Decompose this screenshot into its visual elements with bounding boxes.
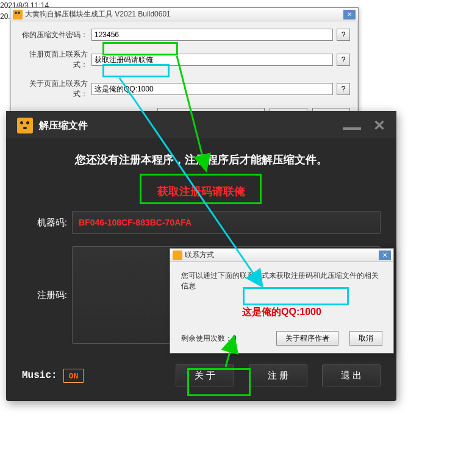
register-button[interactable]: 注 册 — [249, 364, 307, 386]
register-contact-help-button[interactable]: ? — [337, 54, 350, 66]
about-contact-label: 关于页面上联系方式： — [18, 79, 91, 99]
close-icon[interactable]: ✕ — [373, 117, 385, 134]
music-toggle[interactable]: ON — [63, 369, 84, 383]
extract-message: 您还没有注册本程序，注册程序后才能解压缩文件。 — [6, 152, 396, 167]
bg-text2: 20. — [0, 12, 10, 21]
about-button[interactable]: 关 于 — [176, 364, 234, 386]
password-label: 你的压缩文件密码： — [18, 30, 91, 40]
machine-code-label: 机器码: — [22, 217, 67, 229]
music-label: Music: — [22, 370, 57, 381]
generator-title: 大黄狗自解压模块生成工具 V2021 Build0601 — [25, 9, 343, 20]
dog-icon — [17, 118, 33, 133]
contact-titlebar: 联系方式 ✕ — [170, 249, 393, 262]
machine-code-field[interactable]: BF046-108CF-883BC-70AFA — [72, 211, 381, 234]
contact-message: 您可以通过下面的联系方式来获取注册码和此压缩文件的相关信息 — [181, 271, 382, 291]
contact-qq: 这是俺的QQ:1000 — [181, 306, 382, 319]
dog-icon — [173, 250, 182, 260]
extract-title: 解压缩文件 — [39, 119, 343, 132]
dog-icon — [13, 10, 23, 20]
exit-button[interactable]: 退 出 — [322, 364, 381, 386]
reg-code-label: 注册码: — [22, 290, 67, 301]
generator-titlebar: 大黄狗自解压模块生成工具 V2021 Build0601 ✕ — [10, 8, 358, 21]
about-author-button[interactable]: 关于程序作者 — [276, 331, 338, 346]
about-contact-help-button[interactable]: ? — [337, 83, 350, 95]
password-help-button[interactable]: ? — [337, 29, 350, 41]
close-icon[interactable]: ✕ — [343, 10, 356, 20]
close-icon[interactable]: ✕ — [379, 250, 391, 260]
minimize-icon[interactable] — [343, 127, 361, 130]
cancel-button[interactable]: 取消 — [349, 331, 382, 346]
register-contact-input[interactable] — [91, 54, 333, 66]
contact-title: 联系方式 — [185, 250, 379, 260]
register-contact-label: 注册页面上联系方式： — [18, 49, 91, 70]
contact-dialog: 联系方式 ✕ 您可以通过下面的联系方式来获取注册码和此压缩文件的相关信息 这是俺… — [170, 248, 394, 353]
contact-body: 您可以通过下面的联系方式来获取注册码和此压缩文件的相关信息 这是俺的QQ:100… — [170, 262, 393, 353]
password-input[interactable] — [91, 29, 333, 41]
about-contact-input[interactable] — [91, 83, 333, 95]
remaining-count: 剩余使用次数：0 — [181, 333, 265, 344]
extract-titlebar: 解压缩文件 ✕ — [6, 111, 396, 138]
register-contact-display: 获取注册码请联俺 — [145, 178, 258, 205]
